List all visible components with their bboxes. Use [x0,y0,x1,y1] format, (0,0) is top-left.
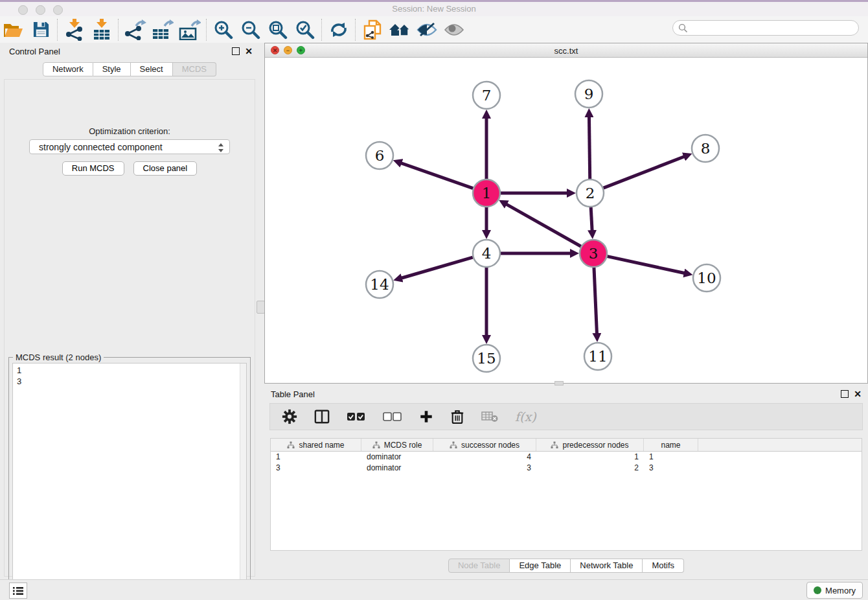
graph-edge-2-8[interactable] [604,156,685,188]
export-image-button[interactable] [176,17,203,42]
optimization-criterion-label: Optimization criterion: [5,126,255,136]
homes-icon [388,21,411,38]
zoom-selected-icon [295,20,315,40]
cell-shared-name[interactable]: 3 [271,463,361,474]
network-window-grip[interactable] [554,381,564,386]
export-table-button[interactable] [149,17,176,42]
open-session-button[interactable] [0,17,27,42]
import-network-button[interactable] [61,17,88,42]
tab-style[interactable]: Style [93,62,131,76]
show-view-button[interactable] [440,17,468,42]
zoom-in-button[interactable] [210,17,237,42]
zoom-fit-button[interactable] [264,17,291,42]
tab-mcds[interactable]: MCDS [173,62,216,76]
close-panel-button[interactable]: Close panel [133,161,198,176]
zoom-selected-button[interactable] [291,17,319,42]
plus-icon [419,410,433,424]
float-table-panel-icon[interactable] [841,390,849,398]
tab-node-table[interactable]: Node Table [448,559,510,573]
close-panel-icon[interactable]: ✕ [245,48,253,54]
cell-successor-nodes[interactable]: 3 [433,463,536,474]
tab-motifs[interactable]: Motifs [643,559,684,573]
delete-table-button[interactable] [481,411,498,422]
criterion-value: strongly connected component [39,142,163,152]
cell-predecessor-nodes[interactable]: 2 [536,463,644,474]
cell-name[interactable]: 1 [644,452,698,463]
graph-edge-3-10[interactable] [607,257,685,273]
zoom-out-button[interactable] [237,17,264,42]
column-header-successor-nodes[interactable]: successor nodes [433,439,536,451]
zoom-fit-icon [268,20,288,40]
run-mcds-button[interactable]: Run MCDS [62,161,124,176]
tab-edge-table[interactable]: Edge Table [510,559,571,573]
open-folder-icon [4,21,23,38]
column-header-shared-name[interactable]: shared name [271,439,361,451]
cell-shared-name[interactable]: 1 [271,452,361,463]
import-table-button[interactable] [88,17,115,42]
tab-network-table[interactable]: Network Table [571,559,643,573]
graph-node-label-10: 10 [697,270,716,286]
memory-status-icon [814,586,821,594]
hide-details-button[interactable] [413,17,440,42]
graph-node-label-8: 8 [701,140,711,157]
column-header-name[interactable]: name [644,439,698,451]
graph-edge-3-11[interactable] [594,268,597,334]
deselect-all-button[interactable] [383,412,402,421]
add-column-button[interactable] [419,410,433,424]
tab-network[interactable]: Network [43,62,93,76]
graph-node-label-4: 4 [482,245,492,262]
close-table-panel-icon[interactable]: ✕ [854,391,862,397]
refresh-view-button[interactable] [325,17,352,42]
mcds-result-line: 3 [17,376,242,387]
column-header-predecessor-nodes[interactable]: predecessor nodes [536,439,644,451]
tab-select[interactable]: Select [131,62,173,76]
table-panel-title: Table Panel [271,389,315,399]
graph-edge-4-14[interactable] [401,257,473,278]
memory-button[interactable]: Memory [806,582,863,599]
graph-edge-2-3[interactable] [591,207,592,231]
home-layout-button[interactable] [386,17,413,42]
result-scrollbar[interactable] [240,363,246,600]
function-builder-button[interactable]: f(x) [515,410,536,424]
app-titlebar: Session: New Session [0,0,868,17]
toolbar-separator [118,19,119,41]
task-history-button[interactable] [9,583,27,599]
search-input[interactable] [672,20,859,36]
criterion-dropdown[interactable]: strongly connected component [29,139,230,154]
gear-icon [282,409,297,424]
graph-edge-3-1[interactable] [506,204,581,247]
delete-table-icon [481,411,498,422]
control-panel-title: Control Panel [9,47,60,56]
graph-edge-2-9[interactable] [589,116,589,179]
table-row[interactable]: 3 dominator 3 2 3 [271,463,862,474]
tree-icon [551,441,558,449]
table-row[interactable]: 1 dominator 4 1 1 [271,452,862,463]
select-all-button[interactable] [347,412,366,421]
network-window: ✕ − + scc.txt 7968124314101511 [264,43,868,384]
delete-column-button[interactable] [450,409,464,424]
graph-node-label-3: 3 [589,245,599,262]
float-panel-icon[interactable] [232,47,240,55]
cell-name[interactable]: 3 [644,463,698,474]
cell-predecessor-nodes[interactable]: 1 [536,452,644,463]
network-graph[interactable]: 7968124314101511 [265,58,867,383]
graph-node-label-2: 2 [586,185,595,202]
table-settings-button[interactable] [282,409,297,424]
tree-icon [450,441,457,449]
zoom-out-icon [241,20,260,40]
save-session-button[interactable] [27,17,54,42]
mcds-result-title: MCDS result (2 nodes) [13,352,104,362]
graph-edge-1-6[interactable] [400,163,473,188]
cell-mcds-role[interactable]: dominator [361,452,433,463]
network-window-titlebar[interactable]: ✕ − + scc.txt [265,43,867,58]
clone-network-button[interactable] [359,17,386,42]
graph-node-label-11: 11 [588,348,607,365]
mcds-result-list[interactable]: 1 3 [12,363,247,600]
export-network-button[interactable] [122,17,149,42]
import-table-icon [92,19,111,41]
cell-successor-nodes[interactable]: 4 [433,452,536,463]
cell-mcds-role[interactable]: dominator [361,463,433,474]
column-header-mcds-role[interactable]: MCDS role [361,439,433,451]
show-columns-button[interactable] [314,409,330,424]
network-canvas[interactable]: 7968124314101511 [265,58,867,383]
